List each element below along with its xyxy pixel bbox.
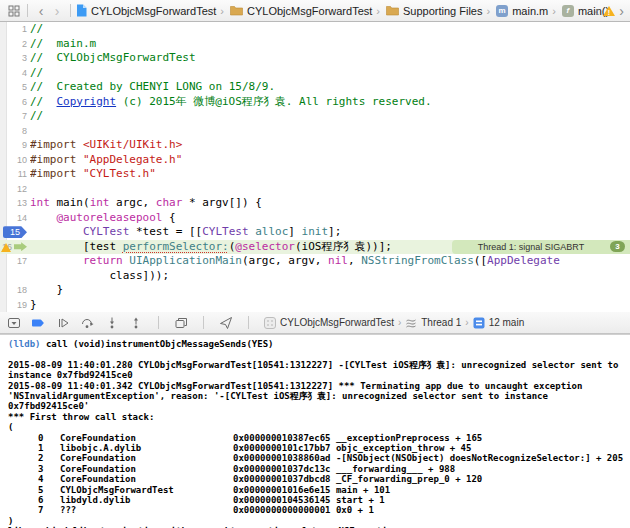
breadcrumb-supporting-files[interactable]: Supporting Files › — [386, 5, 494, 17]
breadcrumb-label: main.m — [512, 5, 548, 17]
related-items-button[interactable] — [6, 3, 22, 19]
code-line[interactable]: 13int main(int argc, char * argv[]) { — [0, 196, 630, 211]
gutter[interactable] — [0, 269, 30, 284]
debug-view-hierarchy-button[interactable] — [174, 315, 188, 331]
code-text: CYLTest *test = [[CYLTest alloc] init]; — [30, 225, 630, 240]
code-line[interactable]: class])); — [0, 269, 630, 284]
gutter[interactable]: 18 — [0, 283, 30, 298]
code-text — [30, 124, 630, 139]
frame-address-symbol: 0x00000001037dbcd8 _CF_forwarding_prep_0… — [233, 474, 482, 484]
gutter[interactable]: 5 — [0, 80, 30, 95]
code-text — [30, 182, 630, 197]
gutter[interactable]: 17 — [0, 254, 30, 269]
gutter[interactable]: 16 — [0, 240, 30, 255]
gutter[interactable]: 13 — [0, 196, 30, 211]
code-text: // main.m — [30, 37, 630, 52]
gutter[interactable]: 12 — [0, 182, 30, 197]
code-line[interactable]: 7// — [0, 109, 630, 124]
hide-debug-area-button[interactable] — [7, 315, 21, 331]
previous-issue-button[interactable]: ‹ — [595, 4, 600, 18]
stack-frame-row: 5CYLObjcMsgForwardTest0x00000001016e6e15… — [8, 485, 626, 495]
debug-crumb-thread[interactable]: Thread 1 — [421, 317, 461, 328]
code-line[interactable]: 19} — [0, 298, 630, 313]
issue-navigator: ‹ ! › — [595, 0, 624, 22]
gutter[interactable]: 2 — [0, 37, 30, 52]
debug-crumb-frame[interactable]: 12 main — [489, 317, 525, 328]
gutter[interactable]: 15 — [0, 225, 30, 240]
step-out-button[interactable] — [129, 315, 143, 331]
code-text: #import "CYLTest.h" — [30, 167, 630, 182]
code-lines: 1//2// main.m3// CYLObjcMsgForwardTest4/… — [0, 22, 630, 312]
code-line[interactable]: 14 @autoreleasepool { — [0, 211, 630, 226]
simulate-location-button[interactable] — [219, 315, 233, 331]
frame-index: 5 — [38, 485, 60, 495]
continue-button[interactable] — [56, 315, 70, 331]
breadcrumb-file[interactable]: m main.m › — [496, 5, 560, 17]
frame-address-symbol: 0x0000000000000001 0x0 + 1 — [233, 505, 374, 515]
gutter[interactable]: 8 — [0, 124, 30, 139]
stack-close: ) — [8, 516, 626, 526]
breadcrumb-separator: › — [376, 5, 380, 17]
frame-module: libobjc.A.dylib — [60, 443, 233, 453]
code-line[interactable]: 16 [test performSelector:(@selector(iOS程… — [0, 240, 630, 255]
code-line[interactable]: 3// CYLObjcMsgForwardTest — [0, 51, 630, 66]
code-line[interactable]: 15 CYLTest *test = [[CYLTest alloc] init… — [0, 225, 630, 240]
gutter[interactable]: 11 — [0, 167, 30, 182]
m-file-icon: m — [496, 5, 508, 17]
line-number: 14 — [17, 211, 27, 226]
code-line[interactable]: 1// — [0, 22, 630, 37]
debug-crumb-process[interactable]: CYLObjcMsgForwardTest — [280, 317, 394, 328]
breadcrumb-group[interactable]: CYLObjcMsgForwardTest › — [230, 5, 384, 17]
code-text: // Created by CHENYI LONG on 15/8/9. — [30, 80, 630, 95]
breadcrumb-project[interactable]: CYLObjcMsgForwardTest › — [76, 4, 228, 17]
stack-frame-row: 3CoreFoundation0x00000001037dc13c ___for… — [8, 464, 626, 474]
console-log-line: ( — [8, 422, 626, 432]
gutter[interactable]: 6 — [0, 95, 30, 110]
crash-annotation[interactable]: Thread 1: signal SIGABRT3 — [452, 240, 630, 255]
warning-icon[interactable]: ! — [603, 6, 615, 16]
continue-icon — [56, 316, 70, 330]
code-text: // — [30, 109, 630, 124]
code-line[interactable]: 18 } — [0, 283, 630, 298]
code-line[interactable]: 6// Copyright (c) 2015年 微博@iOS程序犭袁. All … — [0, 95, 630, 110]
step-over-button[interactable] — [80, 315, 95, 331]
code-line[interactable]: 4// — [0, 66, 630, 81]
code-line[interactable]: 5// Created by CHENYI LONG on 15/8/9. — [0, 80, 630, 95]
gutter[interactable]: 19 — [0, 298, 30, 313]
view-hierarchy-icon — [174, 316, 188, 330]
line-number: 19 — [17, 298, 27, 313]
breakpoint-badge[interactable]: 15 — [3, 226, 27, 238]
execution-pointer-icon — [14, 242, 27, 251]
stack-frame-row: 4CoreFoundation0x00000001037dbcd8 _CF_fo… — [8, 474, 626, 484]
gutter[interactable]: 7 — [0, 109, 30, 124]
code-line[interactable]: 8 — [0, 124, 630, 139]
gutter[interactable]: 10 — [0, 153, 30, 168]
gutter[interactable]: 9 — [0, 138, 30, 153]
code-line[interactable]: 9#import <UIKit/UIKit.h> — [0, 138, 630, 153]
code-line[interactable]: 2// main.m — [0, 37, 630, 52]
gutter[interactable]: 3 — [0, 51, 30, 66]
breakpoints-toggle-button[interactable] — [31, 315, 46, 331]
crash-count-badge[interactable]: 3 — [610, 241, 625, 252]
frame-address-symbol: 0x000000010387ec65 __exceptionPreprocess… — [233, 433, 482, 443]
gutter[interactable]: 4 — [0, 66, 30, 81]
lldb-command: call (void)instrumentObjcMessageSends(YE… — [41, 339, 274, 349]
frame-index: 3 — [38, 464, 60, 474]
source-editor[interactable]: 1//2// main.m3// CYLObjcMsgForwardTest4/… — [0, 22, 630, 312]
gutter[interactable]: 14 — [0, 211, 30, 226]
warning-icon[interactable] — [1, 243, 11, 252]
code-line[interactable]: 10#import "AppDelegate.h" — [0, 153, 630, 168]
code-line[interactable]: 17 return UIApplicationMain(argc, argv, … — [0, 254, 630, 269]
code-line[interactable]: 12 — [0, 182, 630, 197]
forward-button[interactable]: › — [49, 3, 65, 19]
code-text: return UIApplicationMain(argc, argv, nil… — [30, 254, 630, 269]
debug-console[interactable]: (lldb) call (void)instrumentObjcMessageS… — [0, 334, 630, 528]
frame-icon — [473, 317, 485, 329]
app-icon — [264, 317, 276, 329]
code-text: int main(int argc, char * argv[]) { — [30, 196, 630, 211]
gutter[interactable]: 1 — [0, 22, 30, 37]
back-button[interactable]: ‹ — [33, 3, 49, 19]
step-into-button[interactable] — [105, 315, 119, 331]
next-issue-button[interactable]: › — [619, 4, 624, 18]
code-line[interactable]: 11#import "CYLTest.h" — [0, 167, 630, 182]
